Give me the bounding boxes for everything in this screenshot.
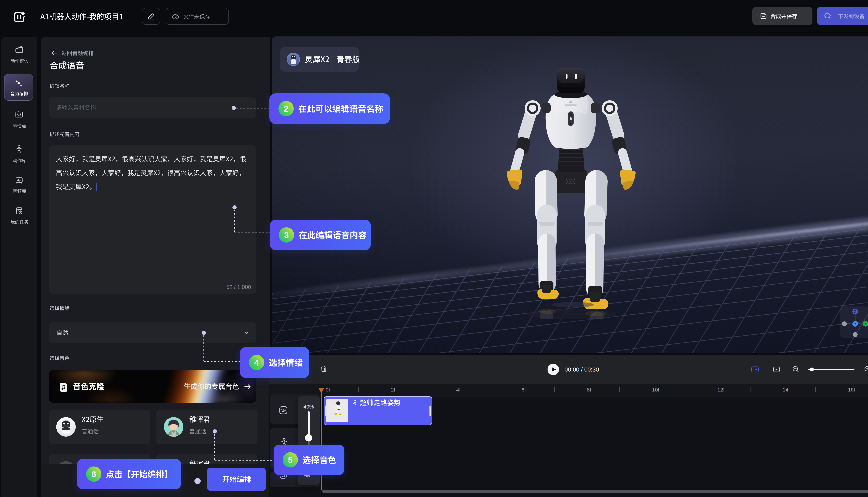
svg-text:Z: Z: [854, 309, 856, 314]
svg-text:X: X: [864, 322, 867, 326]
svg-text:Y: Y: [854, 322, 856, 326]
